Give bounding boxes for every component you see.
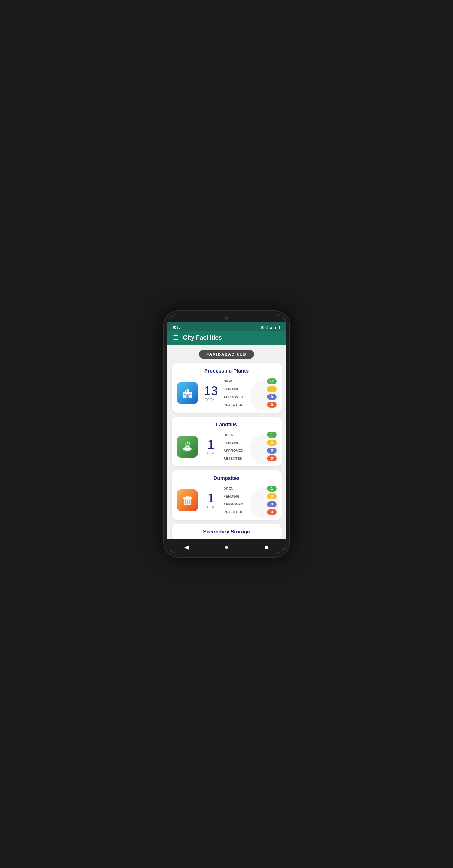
battery-icon: ▮ bbox=[279, 325, 280, 329]
signal-icon: ▲ bbox=[274, 326, 277, 329]
landfill-stat-approved: APPROVED 0 bbox=[224, 447, 277, 454]
page-title: City Facilities bbox=[183, 334, 222, 341]
landfill-stat-pending: PENDING 0 bbox=[224, 440, 277, 446]
landfill-stat-open: OPEN 1 bbox=[224, 432, 277, 438]
svg-rect-3 bbox=[189, 394, 191, 396]
dumpsite-icon bbox=[181, 494, 194, 507]
svg-rect-2 bbox=[187, 394, 188, 396]
top-bar: ☰ City Facilities bbox=[167, 331, 286, 345]
sim-icon: ▣ bbox=[261, 325, 264, 329]
back-button[interactable]: ◀ bbox=[181, 542, 193, 552]
dumpsites-stats: OPEN 1 PENDING 0 APPROVED 0 REJECTED bbox=[224, 486, 277, 515]
pending-badge: 1 bbox=[267, 386, 277, 392]
hotspot-icon: ◎ bbox=[265, 325, 268, 329]
stat-row-open: OPEN 12 bbox=[224, 378, 277, 384]
hamburger-icon[interactable]: ☰ bbox=[173, 335, 178, 341]
dumpsite-stat-pending: PENDING 0 bbox=[224, 493, 277, 499]
svg-rect-1 bbox=[184, 394, 186, 396]
landfills-icon-box bbox=[176, 436, 198, 458]
rejected-badge: 0 bbox=[267, 402, 277, 408]
dumpsites-card[interactable]: Dumpsites bbox=[172, 470, 282, 520]
landfills-stats: OPEN 1 PENDING 0 APPROVED 0 REJECTED bbox=[224, 432, 277, 461]
camera-dot bbox=[225, 317, 228, 320]
status-time: 8:35 bbox=[173, 325, 181, 330]
landfill-icon bbox=[181, 440, 194, 453]
landfills-body: 1 TOTAL OPEN 1 PENDING 0 APPROV bbox=[176, 432, 277, 461]
svg-point-10 bbox=[188, 447, 189, 448]
dumpsites-title: Dumpsites bbox=[176, 475, 277, 481]
landfills-card[interactable]: Landfills bbox=[172, 417, 282, 466]
dumpsite-stat-approved: APPROVED 0 bbox=[224, 501, 277, 507]
secondary-storage-card-partial[interactable]: Secondary Storage bbox=[172, 524, 282, 539]
landfills-count: 1 TOTAL bbox=[202, 438, 220, 455]
dumpsite-stat-rejected: REJECTED 0 bbox=[224, 509, 277, 515]
ulb-badge-container: FARIDABAD ULB bbox=[172, 350, 282, 359]
svg-rect-13 bbox=[186, 496, 189, 498]
stat-row-rejected: REJECTED 0 bbox=[224, 402, 277, 408]
landfill-approved-badge: 0 bbox=[267, 447, 277, 454]
phone-screen: 8:35 ▣ ◎ ▲ ▲ ▮ ☰ City Facilities FARIDAB… bbox=[167, 314, 286, 554]
recent-button[interactable]: ■ bbox=[260, 542, 273, 552]
open-badge: 12 bbox=[267, 378, 277, 384]
camera-area bbox=[167, 314, 286, 322]
processing-plants-stats: OPEN 12 PENDING 1 APPROVED 0 REJECTED bbox=[224, 378, 277, 408]
dumpsite-open-badge: 1 bbox=[267, 486, 277, 492]
landfills-title: Landfills bbox=[176, 422, 277, 428]
phone-shell: 8:35 ▣ ◎ ▲ ▲ ▮ ☰ City Facilities FARIDAB… bbox=[163, 310, 290, 558]
svg-rect-4 bbox=[186, 396, 189, 398]
dumpsite-approved-badge: 0 bbox=[267, 501, 277, 507]
status-bar: 8:35 ▣ ◎ ▲ ▲ ▮ bbox=[167, 322, 286, 331]
landfill-pending-badge: 0 bbox=[267, 440, 277, 446]
stat-row-pending: PENDING 1 bbox=[224, 386, 277, 392]
processing-plants-title: Processing Plants bbox=[176, 368, 277, 374]
svg-point-17 bbox=[191, 497, 192, 499]
dumpsite-pending-badge: 0 bbox=[267, 493, 277, 499]
secondary-storage-title: Secondary Storage bbox=[176, 529, 277, 535]
processing-plants-icon-box bbox=[176, 382, 198, 404]
landfill-open-badge: 1 bbox=[267, 432, 277, 438]
dumpsite-rejected-badge: 0 bbox=[267, 509, 277, 515]
ulb-badge: FARIDABAD ULB bbox=[199, 350, 254, 359]
dumpsites-count: 1 TOTAL bbox=[202, 492, 220, 509]
svg-point-9 bbox=[187, 447, 188, 448]
dumpsites-icon-box bbox=[176, 490, 198, 511]
svg-point-18 bbox=[190, 496, 191, 497]
home-button[interactable]: ● bbox=[221, 542, 233, 552]
landfill-rejected-badge: 0 bbox=[267, 456, 277, 461]
processing-plants-body: 13 TOTAL OPEN 12 PENDING 1 APPR bbox=[176, 378, 277, 408]
processing-plants-count: 13 TOTAL bbox=[202, 384, 220, 401]
approved-badge: 0 bbox=[267, 394, 277, 400]
status-icons: ▣ ◎ ▲ ▲ ▮ bbox=[261, 325, 280, 329]
processing-plants-card[interactable]: Processing Plants bbox=[172, 363, 282, 412]
stat-row-approved: APPROVED 0 bbox=[224, 394, 277, 400]
factory-icon bbox=[181, 386, 194, 400]
svg-point-8 bbox=[186, 447, 187, 448]
wifi-icon: ▲ bbox=[270, 326, 273, 329]
content-area: FARIDABAD ULB Processing Plants bbox=[167, 345, 286, 539]
landfill-stat-rejected: REJECTED 0 bbox=[224, 456, 277, 461]
dumpsites-body: 1 TOTAL OPEN 1 PENDING 0 APPROV bbox=[176, 486, 277, 515]
dumpsite-stat-open: OPEN 1 bbox=[224, 486, 277, 492]
navigation-bar: ◀ ● ■ bbox=[167, 539, 286, 554]
